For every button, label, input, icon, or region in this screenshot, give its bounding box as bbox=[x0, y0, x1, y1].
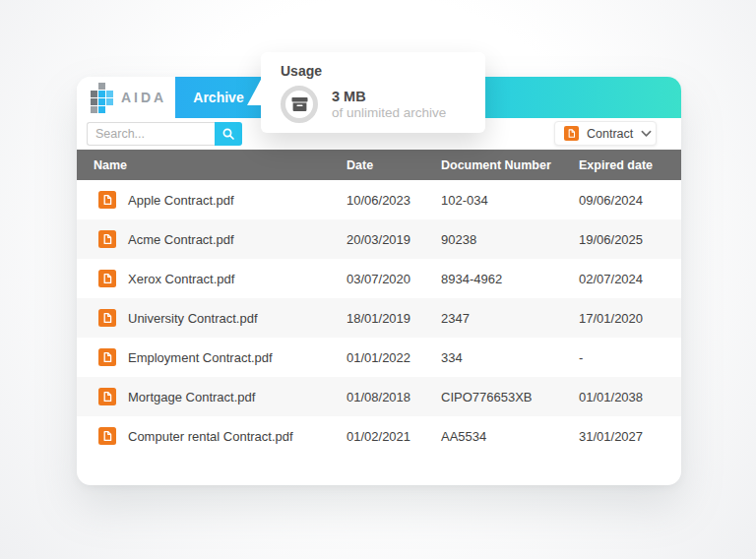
file-name: University Contract.pdf bbox=[128, 311, 258, 326]
column-header-expired-date[interactable]: Expired date bbox=[579, 158, 681, 172]
table-row[interactable]: Mortgage Contract.pdf 01/08/2018 CIPO776… bbox=[77, 377, 681, 416]
expired-date: 19/06/2025 bbox=[579, 232, 681, 247]
document-number: 102-034 bbox=[441, 193, 579, 208]
file-date: 18/01/2019 bbox=[346, 311, 441, 326]
document-number: 8934-4962 bbox=[441, 272, 579, 286]
filter-label: Contract bbox=[587, 127, 633, 141]
archive-panel: AIDA Archive Contract Name bbox=[77, 77, 681, 485]
file-name: Apple Contract.pdf bbox=[128, 193, 234, 208]
file-date: 20/03/2019 bbox=[346, 232, 441, 247]
pdf-document-icon bbox=[98, 427, 116, 445]
file-name: Employment Contract.pdf bbox=[128, 350, 273, 365]
column-header-date[interactable]: Date bbox=[346, 158, 441, 172]
usage-value: 3 MB bbox=[332, 89, 446, 104]
search-icon bbox=[221, 127, 235, 141]
pdf-document-icon bbox=[98, 270, 116, 287]
expired-date: 09/06/2024 bbox=[579, 193, 681, 208]
search-input[interactable] bbox=[87, 122, 215, 146]
file-date: 01/01/2022 bbox=[346, 350, 441, 365]
document-icon bbox=[564, 126, 579, 141]
table-body: Apple Contract.pdf 10/06/2023 102-034 09… bbox=[77, 180, 681, 456]
table-row[interactable]: University Contract.pdf 18/01/2019 2347 … bbox=[77, 298, 681, 338]
file-date: 10/06/2023 bbox=[346, 193, 441, 208]
search-group bbox=[87, 122, 242, 146]
filter-dropdown[interactable]: Contract bbox=[554, 121, 657, 146]
file-name: Xerox Contract.pdf bbox=[128, 272, 234, 286]
column-header-document-number[interactable]: Document Number bbox=[441, 158, 579, 172]
table-row[interactable]: Employment Contract.pdf 01/01/2022 334 - bbox=[77, 338, 681, 377]
file-date: 03/07/2020 bbox=[346, 272, 441, 286]
pdf-document-icon bbox=[98, 309, 116, 327]
table-row[interactable]: Xerox Contract.pdf 03/07/2020 8934-4962 … bbox=[77, 259, 681, 298]
usage-ring bbox=[281, 86, 318, 123]
pdf-document-icon bbox=[98, 191, 116, 209]
usage-popover: Usage 3 MB of unlimited archive bbox=[261, 52, 485, 133]
archive-box-icon bbox=[291, 96, 308, 112]
file-name: Mortgage Contract.pdf bbox=[128, 390, 255, 404]
table-row[interactable]: Apple Contract.pdf 10/06/2023 102-034 09… bbox=[77, 180, 681, 219]
chevron-down-icon bbox=[641, 130, 652, 138]
document-number: 334 bbox=[441, 350, 579, 365]
expired-date: 01/01/2038 bbox=[579, 390, 681, 404]
expired-date: 31/01/2027 bbox=[579, 429, 681, 444]
document-number: AA5534 bbox=[441, 429, 579, 444]
brand: AIDA bbox=[77, 77, 175, 118]
usage-title: Usage bbox=[281, 63, 468, 79]
expired-date: 02/07/2024 bbox=[579, 272, 681, 286]
file-name: Computer rental Contract.pdf bbox=[128, 429, 293, 444]
pdf-document-icon bbox=[98, 230, 116, 248]
file-name: Acme Contract.pdf bbox=[128, 232, 234, 247]
brand-name: AIDA bbox=[121, 90, 166, 105]
table-header: Name Date Document Number Expired date bbox=[77, 150, 681, 180]
pdf-document-icon bbox=[98, 388, 116, 405]
search-button[interactable] bbox=[215, 122, 242, 146]
pdf-document-icon bbox=[98, 348, 116, 366]
expired-date: - bbox=[579, 350, 681, 365]
column-header-name[interactable]: Name bbox=[94, 158, 346, 172]
usage-subtitle: of unlimited archive bbox=[332, 105, 446, 120]
aida-grid-logo-icon bbox=[91, 83, 113, 113]
table-row[interactable]: Acme Contract.pdf 20/03/2019 90238 19/06… bbox=[77, 219, 681, 259]
table-row[interactable]: Computer rental Contract.pdf 01/02/2021 … bbox=[77, 416, 681, 456]
expired-date: 17/01/2020 bbox=[579, 311, 681, 326]
file-date: 01/08/2018 bbox=[346, 390, 441, 404]
documents-table: Name Date Document Number Expired date A… bbox=[77, 150, 681, 456]
document-number: CIPO776653XB bbox=[441, 390, 579, 404]
document-number: 90238 bbox=[441, 232, 579, 247]
document-number: 2347 bbox=[441, 311, 579, 326]
file-date: 01/02/2021 bbox=[346, 429, 441, 444]
